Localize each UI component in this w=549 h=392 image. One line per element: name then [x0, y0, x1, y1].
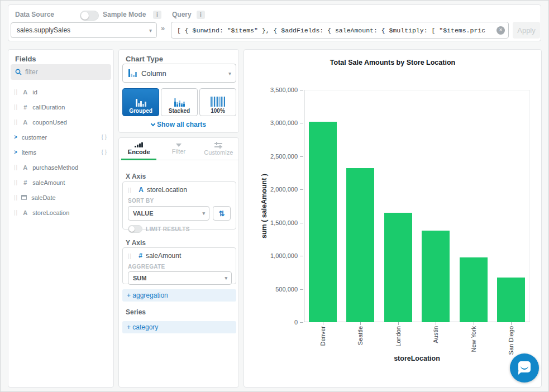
y-axis-field[interactable]: || # saleAmount — [128, 252, 231, 260]
variant-label: 100% — [211, 108, 225, 114]
x-tick-mark — [360, 322, 361, 325]
drag-handle-icon: || — [14, 104, 18, 110]
field-row-couponUsed[interactable]: ||AcouponUsed — [8, 114, 113, 130]
variant-stacked-button[interactable]: Stacked — [161, 88, 198, 116]
x-axis-card: || A storeLocation SORT BY VALUE ▾ ⇅ LIM… — [122, 181, 236, 230]
limit-results-toggle[interactable] — [128, 225, 142, 233]
number-type-icon: # — [139, 252, 142, 260]
x-tick-mark — [511, 322, 512, 325]
bar-san-diego[interactable] — [497, 278, 525, 322]
info-icon[interactable]: i — [153, 11, 161, 19]
drag-handle-icon: || — [14, 209, 18, 216]
drag-handle-icon: || — [14, 89, 18, 95]
toggle-knob — [81, 12, 89, 20]
encode-bars-icon — [135, 142, 143, 147]
field-filter-input[interactable]: filter — [11, 64, 111, 80]
plot-area — [304, 90, 530, 322]
x-tick-mark — [398, 322, 399, 325]
tab-encode[interactable]: Encode — [119, 138, 159, 160]
field-name: id — [32, 89, 37, 95]
chat-bubble-icon — [518, 361, 531, 372]
apply-button[interactable]: Apply — [513, 22, 540, 39]
field-name: items — [22, 149, 36, 156]
customize-sliders-icon — [214, 142, 222, 148]
y-tick-label: 2,000,000 — [245, 186, 298, 193]
query-input[interactable]: [ { $unwind: "$items" }, { $addFields: {… — [171, 22, 509, 39]
clear-query-icon[interactable]: × — [497, 26, 505, 35]
expand-chevron-icon[interactable]: > — [14, 149, 17, 155]
y-tick-label: 2,500,000 — [245, 153, 298, 160]
add-aggregation-button[interactable]: + aggregation — [122, 289, 236, 302]
bar-seattle[interactable] — [346, 168, 374, 322]
limit-results-label: LIMIT RESULTS — [146, 226, 190, 232]
sample-mode-label: Sample Mode — [103, 11, 146, 18]
field-row-id[interactable]: ||Aid — [8, 84, 113, 99]
field-row-callDuration[interactable]: ||#callDuration — [8, 99, 113, 114]
grouped-bars-icon — [136, 99, 146, 107]
chart-type-value: Column — [141, 69, 166, 78]
tab-filter[interactable]: Filter — [159, 138, 198, 160]
field-name: storeLocation — [32, 209, 69, 216]
y-tick-mark — [300, 156, 303, 157]
field-name: callDuration — [32, 104, 65, 111]
hundred-percent-bars-icon — [211, 97, 225, 107]
filter-funnel-icon — [176, 144, 182, 147]
drag-handle-icon: || — [14, 164, 18, 170]
bar-austin[interactable] — [422, 231, 450, 322]
string-type-icon: A — [21, 164, 29, 171]
string-type-icon: A — [21, 89, 29, 95]
field-row-storeLocation[interactable]: ||AstoreLocation — [8, 205, 113, 220]
chart-type-select[interactable]: Column ▾ — [122, 64, 236, 83]
drag-handle-icon: || — [14, 194, 18, 200]
variant-label: Grouped — [129, 108, 152, 114]
show-all-charts-link[interactable]: Show all charts — [119, 121, 238, 128]
field-row-saleAmount[interactable]: ||#saleAmount — [8, 175, 113, 190]
field-name: saleDate — [31, 194, 55, 201]
expand-chevron-icon[interactable]: > — [14, 134, 17, 140]
field-name: customer — [22, 134, 47, 141]
tab-bar: Encode Filter Customize — [119, 138, 238, 160]
bar-london[interactable] — [384, 213, 412, 322]
fields-title: Fields — [15, 55, 36, 63]
x-axis-field[interactable]: || A storeLocation — [128, 186, 231, 194]
tab-customize[interactable]: Customize — [199, 138, 238, 160]
field-row-saleDate[interactable]: ||saleDate — [8, 190, 113, 205]
aggregate-select[interactable]: SUM ▾ — [128, 271, 232, 285]
fields-panel: Fields filter ||Aid||#callDuration||Acou… — [8, 49, 114, 388]
encode-panel: Encode Filter Customize X Axis || A stor… — [118, 137, 239, 388]
field-row-purchaseMethod[interactable]: ||ApurchaseMethod — [8, 160, 113, 175]
bar-denver[interactable] — [309, 122, 337, 322]
variant-grouped-button[interactable]: Grouped — [122, 88, 159, 116]
variant-label: Stacked — [169, 108, 190, 114]
field-name: saleAmount — [32, 179, 65, 186]
variant-100-button[interactable]: 100% — [199, 88, 236, 116]
chevron-down-icon: ▾ — [202, 211, 205, 216]
y-axis-heading: Y Axis — [126, 239, 146, 247]
x-tick-mark — [474, 322, 474, 325]
data-source-label: Data Source — [15, 11, 54, 18]
string-type-icon: A — [139, 186, 144, 194]
string-type-icon: A — [21, 209, 29, 216]
mongodb-charts-builder: Data Source Sample Mode i Query i sales.… — [0, 0, 549, 392]
y-tick-mark — [300, 189, 303, 190]
sort-arrows-icon: ⇅ — [219, 209, 225, 218]
x-axis-title: storeLocation — [304, 355, 530, 362]
chat-launcher-button[interactable] — [510, 353, 539, 383]
bar-new-york[interactable] — [460, 257, 488, 322]
info-icon[interactable]: i — [197, 11, 205, 19]
y-axis-title: sum ( saleAmount ) — [260, 150, 268, 262]
sort-by-select[interactable]: VALUE ▾ — [128, 206, 209, 221]
field-row-customer[interactable]: >customer{ } — [8, 130, 113, 145]
y-tick-mark — [300, 123, 303, 123]
sort-by-label: SORT BY — [128, 198, 231, 204]
sort-direction-button[interactable]: ⇅ — [213, 206, 231, 221]
field-row-items[interactable]: >items{ } — [8, 145, 113, 160]
drag-handle-icon: || — [14, 179, 18, 185]
add-category-button[interactable]: + category — [122, 321, 236, 333]
sample-mode-toggle[interactable] — [80, 11, 99, 21]
field-name: purchaseMethod — [32, 164, 78, 171]
data-source-value: sales.supplySales — [17, 26, 70, 34]
stacked-bars-icon — [174, 98, 185, 107]
chevron-down-icon: ▾ — [228, 70, 231, 77]
data-source-select[interactable]: sales.supplySales ▾ — [11, 22, 157, 38]
